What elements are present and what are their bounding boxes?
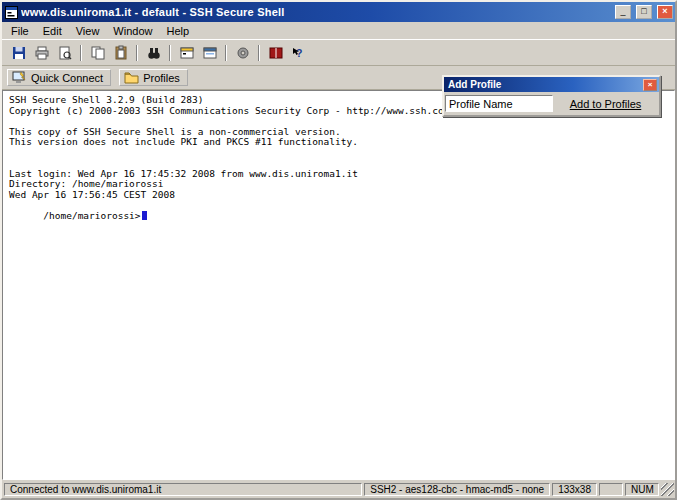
profile-name-input[interactable] <box>445 95 553 112</box>
resize-grip[interactable] <box>661 483 674 496</box>
find-icon[interactable] <box>142 42 165 63</box>
menu-help[interactable]: Help <box>159 24 196 38</box>
num-lock-indicator: NUM <box>625 483 659 496</box>
terminal-size-status: 133x38 <box>552 483 597 496</box>
dialog-close-icon[interactable]: × <box>643 79 657 91</box>
copy-icon[interactable] <box>86 42 109 63</box>
terminal-line: Wed Apr 16 17:56:45 CEST 2008 <box>9 190 668 201</box>
save-icon[interactable] <box>7 42 30 63</box>
add-profile-dialog: Add Profile × Add to Profiles <box>442 75 661 117</box>
toolbar-separator <box>169 45 171 61</box>
title-bar[interactable]: www.dis.uniroma1.it - default - SSH Secu… <box>2 2 675 22</box>
shell-prompt: /home/mariorossi> <box>43 210 140 221</box>
menu-window[interactable]: Window <box>106 24 159 38</box>
terminal-cursor <box>142 211 147 220</box>
menu-edit[interactable]: Edit <box>36 24 69 38</box>
profiles-settings-icon[interactable] <box>231 42 254 63</box>
terminal-line <box>9 148 668 159</box>
toolbar-separator <box>225 45 227 61</box>
terminal-line <box>9 116 668 127</box>
profiles-button[interactable]: Profiles <box>119 69 188 86</box>
folder-icon <box>124 71 139 84</box>
toolbar-separator <box>80 45 82 61</box>
connection-status: Connected to www.dis.uniroma1.it <box>4 483 362 496</box>
add-profile-title: Add Profile <box>448 79 643 90</box>
minimize-button[interactable]: _ <box>615 5 631 19</box>
print-preview-icon[interactable] <box>53 42 76 63</box>
terminal-output[interactable]: SSH Secure Shell 3.2.9 (Build 283) Copyr… <box>2 90 675 480</box>
close-button[interactable]: × <box>657 5 673 19</box>
ssh-secure-shell-window: www.dis.uniroma1.it - default - SSH Secu… <box>0 0 677 500</box>
window-title: www.dis.uniroma1.it - default - SSH Secu… <box>21 6 610 18</box>
toolbar-separator <box>258 45 260 61</box>
menu-bar: File Edit View Window Help <box>2 22 675 39</box>
quick-connect-button[interactable]: Quick Connect <box>7 69 111 86</box>
toolbar: ? <box>2 39 675 66</box>
print-icon[interactable] <box>30 42 53 63</box>
menu-view[interactable]: View <box>69 24 107 38</box>
terminal-line: This version does not include PKI and PK… <box>9 137 668 148</box>
new-terminal-window-icon[interactable] <box>175 42 198 63</box>
quick-connect-label: Quick Connect <box>31 72 103 84</box>
paste-icon[interactable] <box>109 42 132 63</box>
terminal-line <box>9 158 668 169</box>
app-terminal-icon <box>4 5 18 19</box>
status-blank-panel <box>599 483 623 496</box>
menu-file[interactable]: File <box>4 24 36 38</box>
add-to-profiles-button[interactable]: Add to Profiles <box>553 98 658 110</box>
status-bar: Connected to www.dis.uniroma1.it SSH2 - … <box>2 480 675 498</box>
maximize-button[interactable]: □ <box>636 5 652 19</box>
cipher-status: SSH2 - aes128-cbc - hmac-md5 - none <box>364 483 550 496</box>
context-help-icon[interactable]: ? <box>287 42 310 63</box>
help-book-icon[interactable] <box>264 42 287 63</box>
toolbar-separator <box>136 45 138 61</box>
terminal-prompt-line: /home/mariorossi> <box>9 200 668 211</box>
terminal-line: Directory: /home/mariorossi <box>9 179 668 190</box>
new-file-transfer-window-icon[interactable] <box>198 42 221 63</box>
add-profile-body: Add to Profiles <box>444 92 659 115</box>
add-profile-title-bar[interactable]: Add Profile × <box>444 77 659 92</box>
profiles-label: Profiles <box>143 72 180 84</box>
quick-connect-icon <box>12 71 27 85</box>
